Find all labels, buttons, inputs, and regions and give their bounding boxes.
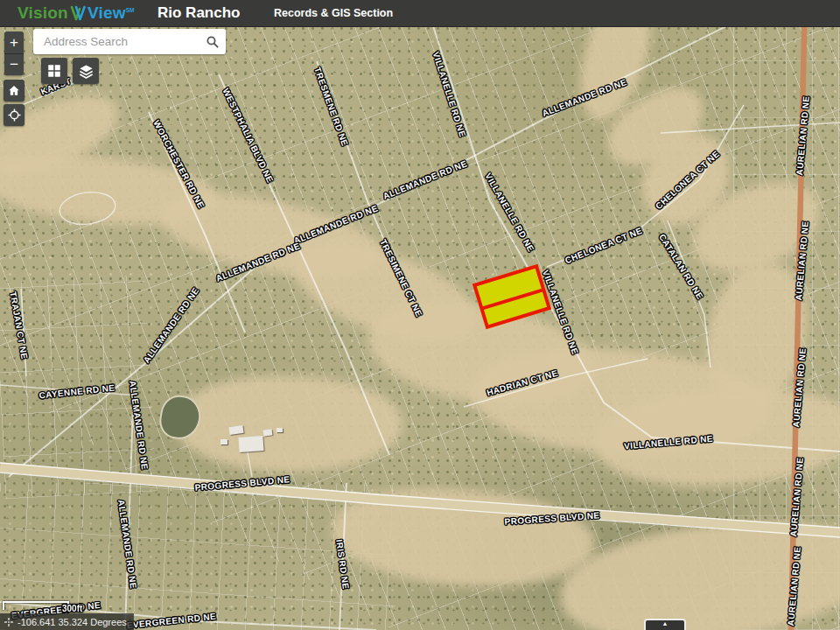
attribution-toggle-button[interactable]: ▲ (644, 619, 686, 630)
city-title: Rio Rancho (158, 4, 240, 22)
coordinates-readout: -106.641 35.324 Degrees (0, 613, 134, 630)
wash-shape (556, 512, 840, 630)
zoom-out-button[interactable]: − (4, 54, 24, 76)
search-input[interactable] (33, 29, 199, 54)
logo-word-view: View (88, 4, 126, 23)
road-label: ALLEMANDE RD NE (215, 242, 302, 284)
map-canvas[interactable]: KARSTTRESMENE RD NEWORCHESTER RD NEWESTP… (0, 0, 840, 630)
road-label: TRAJAN CT NE (8, 291, 28, 360)
top-bar: Vision View SM Rio Rancho Records & GIS … (0, 0, 840, 27)
road-label: PROGRESS BLVD NE (194, 475, 290, 492)
scale-label: 300ft (62, 604, 82, 613)
road-label: TRESMENE RD NE (312, 66, 349, 148)
road-label: AURELIAN RD NE (787, 546, 802, 626)
road-label: CATALAN RD NE (657, 233, 704, 301)
basemap-button[interactable] (41, 58, 67, 84)
road-label: EVERGREEN RD NE (126, 612, 216, 630)
search-button[interactable] (199, 29, 226, 54)
road-label: ALLEMANDE RD NE (293, 204, 380, 246)
road-label: TRESIMENE CT NE (378, 238, 424, 318)
road-label: AURELIAN RD NE (795, 95, 811, 176)
coords-crosshair-icon (4, 617, 14, 627)
locate-button[interactable] (4, 104, 24, 126)
road-label: CHELONEA CT NE (564, 227, 643, 266)
zoom-in-button[interactable]: + (4, 32, 24, 54)
road-label: AURELIAN RD NE (794, 220, 810, 301)
zoom-control: + − (4, 32, 24, 75)
grid-icon (46, 63, 62, 79)
wash-shape (172, 370, 404, 478)
wash-shape (699, 256, 816, 417)
locate-icon (7, 108, 22, 122)
parcel-grid-rotated (0, 0, 840, 630)
road-label: ALLEMANDE RD NE (116, 499, 137, 589)
road-label: VILLANELLE RD NE (624, 435, 713, 452)
wash-shape (0, 144, 222, 237)
parcel-grid-right (733, 0, 840, 630)
road-label: WESTPHALIA BLVD NE (220, 87, 274, 184)
road-label: WORCHESTER RD NE (151, 119, 206, 210)
wash-shape (593, 385, 840, 490)
vision-view-app: KARSTTRESMENE RD NEWORCHESTER RD NEWESTP… (0, 0, 840, 630)
search-icon (205, 34, 220, 50)
parcel-grid-left (0, 275, 156, 500)
section-title: Records & GIS Section (274, 7, 393, 19)
building (220, 439, 228, 444)
highlighted-parcel[interactable] (472, 264, 551, 329)
wash-shape (152, 177, 389, 296)
up-triangle-icon: ▲ (662, 620, 668, 627)
road-label: VILLANELLE RD NE (541, 269, 579, 355)
road-label: AURELIAN RD NE (789, 457, 805, 537)
road-label: CHELONEA CT NE (654, 150, 722, 211)
wash-shape (281, 220, 489, 366)
logo-word-vision: Vision (18, 4, 68, 23)
coordinates-text: -106.641 35.324 Degrees (18, 617, 127, 627)
road-label: VILLANELLE RD NE (483, 172, 536, 253)
road-label: ALLEMANDE RD NE (142, 286, 200, 365)
road-label: ALLEMANDE RD NE (128, 380, 149, 470)
roads-layer (0, 0, 840, 630)
home-button[interactable] (4, 80, 24, 102)
road-labels: KARSTTRESMENE RD NEWORCHESTER RD NEWESTP… (0, 0, 840, 630)
water-tank (157, 392, 204, 442)
building (263, 429, 273, 436)
road-label: AURELIAN RD NE (792, 347, 808, 428)
layers-button[interactable] (73, 58, 99, 84)
building (238, 436, 263, 452)
wash-shape (468, 335, 775, 471)
road-label: VILLANELLE RD NE (430, 51, 466, 138)
vision-view-logo[interactable]: Vision View SM (18, 0, 134, 26)
vision-view-v-icon (69, 5, 87, 22)
road-label: ALLEMANDE RD NE (541, 78, 627, 118)
road-label: HADRIAN CT NE (486, 369, 559, 398)
parcel-divider (481, 288, 544, 310)
address-search (33, 29, 226, 54)
road-label: PROGRESS BLVD NE (504, 511, 599, 527)
building (276, 428, 283, 432)
building (228, 425, 243, 435)
wash-shape (682, 170, 831, 285)
home-icon (7, 84, 21, 98)
road-label: ALLEMANDE RD NE (382, 159, 469, 201)
scale-bar: 300ft (3, 601, 69, 610)
wash-shape (328, 477, 599, 600)
wash-shape (625, 118, 749, 241)
wash-shape (596, 75, 718, 178)
road-label: CAYENNE RD NE (38, 383, 116, 400)
layers-icon (78, 63, 94, 80)
logo-servicemark: SM (126, 7, 135, 13)
road-label: IRIS RD NE (334, 539, 350, 590)
